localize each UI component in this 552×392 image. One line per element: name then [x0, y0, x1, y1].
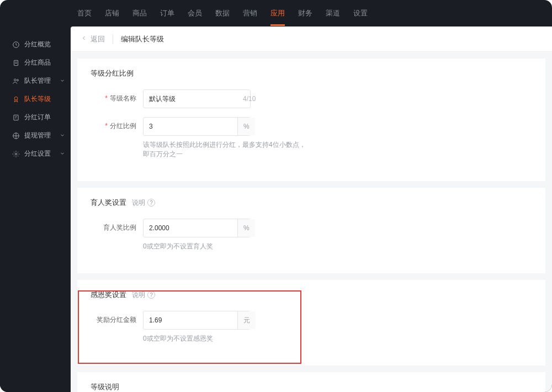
amount-label: 奖励分红金额	[97, 316, 136, 324]
sidebar-item[interactable]: 分红订单	[0, 108, 71, 126]
section-title: 育人奖设置	[91, 198, 126, 208]
svg-rect-5	[14, 115, 18, 120]
topnav-item[interactable]: 渠道	[326, 2, 340, 25]
page-title: 编辑队长等级	[121, 34, 164, 44]
sidebar-item[interactable]: 队长等级	[0, 90, 71, 108]
section-ganen: 感恩奖设置 说明 ? 奖励分红金额 元 0或空即为不设置感恩奖	[77, 280, 545, 365]
clock-icon	[12, 41, 20, 49]
amount-input[interactable]	[144, 316, 237, 324]
sidebar-label: 分红概览	[24, 40, 51, 49]
svg-rect-1	[14, 60, 18, 65]
sidebar-item[interactable]: 分红商品	[0, 54, 71, 72]
yuren-hint: 0或空即为不设置育人奖	[143, 242, 309, 251]
back-button[interactable]: 返回	[81, 34, 113, 44]
content-area: 返回 编辑队长等级 等级分红比例 *等级名称 4/10 *	[71, 27, 552, 392]
sidebar: 分红概览分红商品队长管理队长等级分红订单提现管理分红设置	[0, 27, 71, 392]
topnav-item[interactable]: 财务	[298, 2, 312, 25]
sidebar-label: 分红设置	[24, 149, 51, 158]
section-title: 等级说明	[91, 382, 532, 392]
topnav-item[interactable]: 应用	[270, 2, 285, 25]
section-yuren: 育人奖设置 说明 ? 育人奖比例 % 0或空即为不设置育人奖	[77, 188, 545, 273]
order-icon	[12, 114, 20, 121]
breadcrumb: 返回 编辑队长等级	[71, 27, 552, 52]
svg-point-3	[17, 79, 18, 81]
chevron-down-icon	[60, 150, 65, 158]
topnav-item[interactable]: 商品	[132, 2, 147, 25]
topnav-item[interactable]: 会员	[188, 2, 202, 25]
sidebar-label: 分红商品	[24, 58, 51, 67]
sidebar-label: 队长等级	[24, 94, 51, 104]
gear-icon	[12, 150, 20, 158]
ratio-input[interactable]	[144, 123, 237, 130]
topnav-item[interactable]: 订单	[160, 2, 174, 25]
medal-icon	[12, 96, 20, 103]
subtitle-text: 说明	[132, 290, 145, 300]
topnav-item[interactable]: 首页	[77, 2, 92, 25]
percent-suffix: %	[237, 219, 255, 237]
users-icon	[12, 77, 20, 85]
arrow-left-icon	[81, 35, 87, 43]
sidebar-item[interactable]: 分红设置	[0, 145, 71, 163]
help-icon[interactable]: ?	[147, 199, 155, 206]
level-name-input[interactable]	[144, 95, 237, 103]
svg-point-4	[14, 97, 18, 100]
chevron-down-icon	[60, 132, 65, 140]
subtitle-text: 说明	[132, 198, 145, 208]
svg-point-2	[14, 78, 17, 81]
yuan-suffix: 元	[237, 311, 256, 329]
topnav-item[interactable]: 数据	[215, 2, 230, 25]
section-ratio: 等级分红比例 *等级名称 4/10 *分红比例	[77, 59, 545, 181]
topnav-item[interactable]: 营销	[243, 2, 257, 25]
sidebar-item[interactable]: 队长管理	[0, 72, 71, 90]
topnav-item[interactable]: 店铺	[105, 2, 119, 25]
sidebar-item[interactable]: 分红概览	[0, 35, 71, 54]
ratio-label: 分红比例	[110, 122, 136, 130]
ganen-hint: 0或空即为不设置感恩奖	[143, 334, 309, 343]
section-title: 等级分红比例	[91, 68, 532, 78]
percent-suffix: %	[237, 118, 255, 135]
topnav-item[interactable]: 设置	[353, 2, 368, 25]
sidebar-label: 分红订单	[24, 113, 51, 122]
char-counter: 4/10	[237, 95, 261, 103]
level-name-label: 等级名称	[110, 94, 136, 102]
top-nav: 首页店铺商品订单会员数据营销应用财务渠道设置	[0, 0, 552, 27]
sidebar-item[interactable]: 提现管理	[0, 126, 71, 145]
doc-icon	[12, 59, 20, 67]
yuren-ratio-input[interactable]	[144, 224, 237, 232]
section-title: 感恩奖设置	[91, 290, 126, 300]
ratio-hint: 该等级队长按照此比例进行分红，最多支持4位小数点，即百万分之一	[143, 140, 309, 159]
sidebar-label: 提现管理	[24, 131, 51, 140]
wallet-icon	[12, 132, 20, 140]
help-icon[interactable]: ?	[147, 291, 155, 299]
yuren-ratio-label: 育人奖比例	[103, 224, 136, 231]
chevron-down-icon	[60, 77, 65, 85]
svg-point-7	[15, 153, 17, 155]
section-description: 等级说明 等级说明 开启 关闭	[77, 372, 545, 392]
sidebar-label: 队长管理	[24, 76, 51, 86]
back-label: 返回	[91, 34, 105, 44]
